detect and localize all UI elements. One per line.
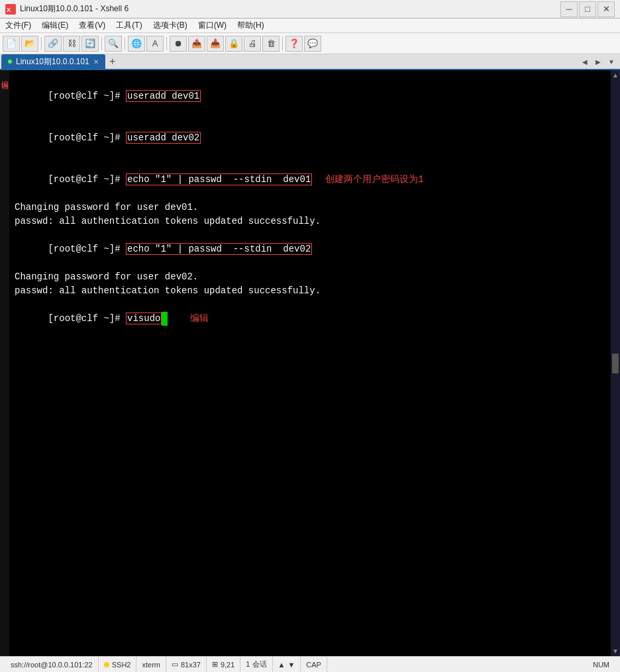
tb-chat[interactable]: 💬: [304, 36, 321, 52]
status-terminal: xterm: [136, 657, 166, 672]
terminal-output-3: Changing password for user dev02.: [15, 270, 608, 284]
terminal-output-1: Changing password for user dev01.: [15, 201, 608, 215]
menu-window[interactable]: 窗口(W): [193, 19, 232, 32]
status-size: ▭ 81x37: [166, 657, 207, 672]
scroll-down-button[interactable]: ▼: [611, 646, 620, 656]
prompt-6: [root@clf ~]#: [48, 244, 126, 254]
cmd-1: useradd dev01: [126, 90, 201, 102]
tab-bar: Linux10期10.0.0.101 ✕ + ◀ ▶ ▼: [0, 54, 620, 70]
tb-new[interactable]: 📄: [3, 36, 20, 52]
tb-lock[interactable]: 🔒: [225, 36, 242, 52]
status-num: NUM: [588, 657, 615, 672]
tb-sftp[interactable]: 📥: [207, 36, 224, 52]
menu-bar: 文件(F) 编辑(E) 查看(V) 工具(T) 选项卡(B) 窗口(W) 帮助(…: [0, 19, 620, 33]
close-button[interactable]: ✕: [597, 1, 615, 17]
tab-close-icon[interactable]: ✕: [93, 58, 99, 66]
annotation-2: 编辑: [168, 313, 209, 324]
prompt-2: [root@clf ~]#: [48, 132, 126, 143]
tb-sep1: [41, 37, 42, 50]
tab-prev-button[interactable]: ◀: [579, 56, 591, 68]
title-bar: X Linux10期10.0.0.101 - Xshell 6 ─ □ ✕: [0, 0, 620, 19]
annotation-1: 创建两个用户密码设为1: [325, 174, 423, 185]
terminal-line-9: [root@clf ~]# visudo 编辑: [15, 298, 608, 340]
protocol-text: SSH2: [112, 661, 131, 669]
terminal-type-text: xterm: [142, 661, 160, 669]
status-bar: ssh://root@10.0.0.101:22 SSH2 xterm ▭ 81…: [0, 656, 620, 672]
tab-list-button[interactable]: ▼: [605, 56, 617, 68]
nav-up-icon[interactable]: ▲: [278, 661, 285, 669]
menu-edit[interactable]: 编辑(E): [36, 19, 74, 32]
terminal-line-2: [root@clf ~]# useradd dev02: [15, 117, 608, 159]
tb-sep3: [125, 37, 125, 50]
tb-record[interactable]: ⏺: [170, 36, 187, 52]
size-text: 81x37: [181, 661, 201, 669]
title-bar-left: X Linux10期10.0.0.101 - Xshell 6: [5, 3, 129, 15]
tab-nav: ◀ ▶ ▼: [579, 56, 620, 68]
menu-file[interactable]: 文件(F): [0, 19, 36, 32]
prompt-1: [root@clf ~]#: [48, 91, 126, 101]
position-text: 9,21: [221, 661, 234, 669]
cmd-3: echo "1" | passwd --stdin dev01: [126, 173, 312, 185]
terminal-wrapper: 编 辑 [root@clf ~]# useradd dev01 [root@cl…: [0, 70, 620, 656]
tb-open[interactable]: 📂: [21, 36, 38, 52]
tab-label: Linux10期10.0.0.101: [16, 56, 89, 68]
terminal-line-6: [root@clf ~]# echo "1" | passwd --stdin …: [15, 228, 608, 270]
tb-clear[interactable]: 🗑: [262, 36, 280, 52]
menu-help[interactable]: 帮助(H): [232, 19, 270, 32]
toolbar: 📄 📂 🔗 ⛓ 🔄 🔍 🌐 A ⏺ 📤 📥 🔒 🖨 🗑 ❓ 💬: [0, 33, 620, 54]
cmd-6: echo "1" | passwd --stdin dev02: [126, 243, 312, 255]
num-text: NUM: [593, 661, 609, 669]
tab-dot: [8, 60, 12, 64]
terminal[interactable]: [root@clf ~]# useradd dev01 [root@clf ~]…: [9, 70, 611, 656]
tb-compose[interactable]: 🌐: [128, 36, 145, 52]
scroll-up-button[interactable]: ▲: [611, 70, 620, 80]
status-connection: ssh://root@10.0.0.101:22: [5, 657, 99, 672]
tab-add-button[interactable]: +: [105, 54, 120, 69]
status-nav: ▲ ▼: [273, 657, 301, 672]
tb-help[interactable]: ❓: [285, 36, 303, 52]
sidebar-left: 编 辑: [0, 70, 9, 656]
nav-down-icon[interactable]: ▼: [287, 661, 295, 669]
position-icon: ⊞: [212, 660, 218, 669]
maximize-button[interactable]: □: [579, 1, 596, 17]
status-dot: [104, 662, 109, 667]
window-title: Linux10期10.0.0.101 - Xshell 6: [20, 3, 129, 15]
svg-text:X: X: [7, 7, 11, 13]
cmd-2: useradd dev02: [126, 132, 201, 144]
tb-sep2: [101, 37, 102, 50]
tb-search[interactable]: 🔍: [105, 36, 122, 52]
sessions-text: 1 会话: [246, 659, 266, 669]
tb-transfer[interactable]: 📤: [188, 36, 205, 52]
tb-sep4: [166, 37, 167, 50]
tb-disconnect[interactable]: ⛓: [63, 36, 80, 52]
tb-sep5: [282, 37, 283, 50]
xshell-icon: X: [5, 4, 16, 15]
tb-font[interactable]: A: [146, 36, 164, 52]
tab-next-button[interactable]: ▶: [592, 56, 604, 68]
tb-reconnect[interactable]: 🔄: [81, 36, 99, 52]
connection-text: ssh://root@10.0.0.101:22: [11, 661, 93, 669]
tb-print[interactable]: 🖨: [244, 36, 261, 52]
cmd-9: visudo: [126, 312, 162, 324]
tab-active[interactable]: Linux10期10.0.0.101 ✕: [1, 54, 105, 69]
tb-connect[interactable]: 🔗: [44, 36, 62, 52]
terminal-output-2: passwd: all authentication tokens update…: [15, 215, 608, 228]
menu-tools[interactable]: 工具(T): [111, 19, 147, 32]
terminal-line-3: [root@clf ~]# echo "1" | passwd --stdin …: [15, 159, 608, 201]
minimize-button[interactable]: ─: [560, 1, 578, 17]
status-sessions: 1 会话: [240, 657, 272, 672]
scroll-thumb[interactable]: [612, 354, 619, 373]
size-icon: ▭: [172, 660, 178, 669]
prompt-3: [root@clf ~]#: [48, 174, 126, 185]
status-position: ⊞ 9,21: [207, 657, 240, 672]
cap-text: CAP: [306, 661, 321, 669]
status-cap: CAP: [301, 657, 327, 672]
menu-view[interactable]: 查看(V): [74, 19, 111, 32]
status-protocol: SSH2: [99, 657, 137, 672]
title-bar-controls: ─ □ ✕: [560, 1, 615, 17]
prompt-9: [root@clf ~]#: [48, 313, 126, 324]
terminal-output-4: passwd: all authentication tokens update…: [15, 284, 608, 298]
menu-tabs[interactable]: 选项卡(B): [148, 19, 193, 32]
terminal-line-1: [root@clf ~]# useradd dev01: [15, 75, 608, 117]
scrollbar-right[interactable]: ▲ ▼: [611, 70, 620, 656]
